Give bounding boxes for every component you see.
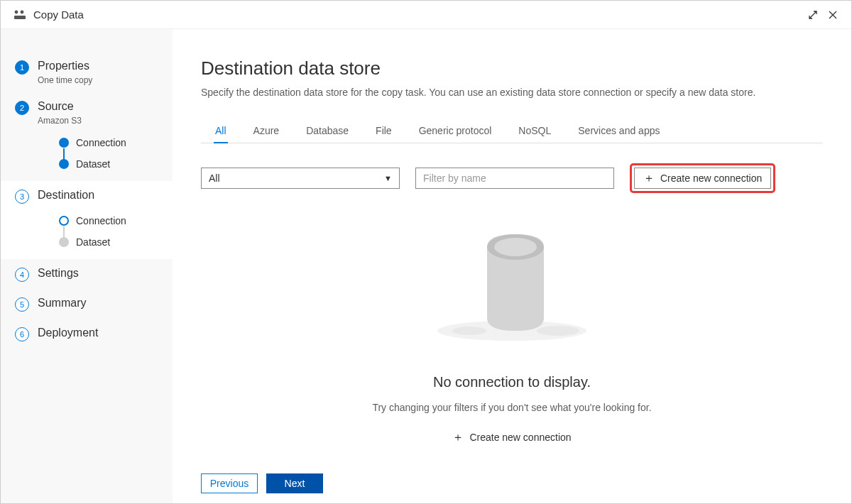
highlight-annotation: ＋ Create new connection [630,163,775,193]
dot-icon [59,138,69,148]
step-destination[interactable]: 3 Destination Connection Dataset [1,181,173,259]
step-label: Destination [38,188,94,203]
svg-point-7 [494,238,537,256]
page-description: Specify the destination data store for t… [201,87,823,98]
filter-row: All ▼ ＋ Create new connection [201,163,823,193]
empty-create-connection-link[interactable]: ＋ Create new connection [452,432,571,443]
main-panel: Destination data store Specify the desti… [173,29,851,504]
substep-destination-connection[interactable]: Connection [15,211,173,231]
empty-state: No connection to display. Try changing y… [201,203,823,465]
svg-point-1 [21,10,24,13]
substep-destination-dataset[interactable]: Dataset [15,232,173,252]
tab-generic-protocol[interactable]: Generic protocol [417,119,493,143]
create-connection-label: Create new connection [660,172,762,184]
dot-icon [59,237,69,247]
tab-nosql[interactable]: NoSQL [517,119,552,143]
previous-button[interactable]: Previous [201,473,258,493]
next-button[interactable]: Next [266,473,323,493]
step-number: 2 [15,101,29,115]
plus-icon: ＋ [452,432,464,443]
filter-select-value: All [209,172,220,184]
plus-icon: ＋ [643,172,655,184]
substep-label: Connection [76,137,126,148]
substep-source-connection[interactable]: Connection [15,133,173,153]
svg-point-4 [452,327,486,335]
substep-label: Connection [76,215,126,226]
tab-database[interactable]: Database [305,119,350,143]
wizard-sidebar: 1 Properties One time copy 2 Source Amaz… [1,29,173,504]
step-label: Properties [38,59,92,74]
copy-data-icon [13,10,26,20]
window-title: Copy Data [33,9,84,21]
page-title: Destination data store [201,57,823,80]
chevron-down-icon: ▼ [384,174,392,182]
filter-by-name-input[interactable] [415,168,614,189]
step-label: Deployment [38,326,98,341]
expand-icon[interactable] [803,5,823,25]
svg-point-0 [15,10,18,13]
create-connection-button[interactable]: ＋ Create new connection [634,168,771,189]
step-sublabel: One time copy [38,75,92,85]
step-label: Settings [38,266,79,281]
tab-file[interactable]: File [374,119,393,143]
step-summary[interactable]: 5 Summary [1,289,173,319]
dot-icon [59,216,69,226]
titlebar: Copy Data [1,1,851,29]
step-number: 1 [15,60,29,75]
empty-subtitle: Try changing your filters if you don't s… [372,402,651,413]
step-properties[interactable]: 1 Properties One time copy [1,52,173,92]
step-number: 4 [15,268,29,282]
substep-source-dataset[interactable]: Dataset [15,154,173,174]
tab-azure[interactable]: Azure [252,119,281,143]
dot-icon [59,159,69,169]
category-tabs: All Azure Database File Generic protocol… [201,119,823,143]
substep-label: Dataset [76,236,110,248]
step-deployment[interactable]: 6 Deployment [1,319,173,349]
step-label: Source [38,99,82,114]
svg-point-5 [537,326,579,336]
empty-title: No connection to display. [433,374,591,390]
step-number: 5 [15,297,29,312]
close-icon[interactable] [823,5,843,25]
empty-create-label: Create new connection [469,432,571,443]
empty-illustration-icon [430,226,594,349]
tab-services-apps[interactable]: Services and apps [577,119,661,143]
substep-label: Dataset [76,158,110,170]
wizard-footer: Previous Next [201,465,823,493]
step-number: 6 [15,327,29,341]
filter-select[interactable]: All ▼ [201,168,400,189]
step-source[interactable]: 2 Source Amazon S3 Connection Dataset [1,92,173,181]
step-settings[interactable]: 4 Settings [1,259,173,289]
step-sublabel: Amazon S3 [38,116,82,126]
svg-rect-2 [14,16,26,19]
tab-all[interactable]: All [214,119,228,143]
step-number: 3 [15,190,29,204]
step-label: Summary [38,296,86,311]
